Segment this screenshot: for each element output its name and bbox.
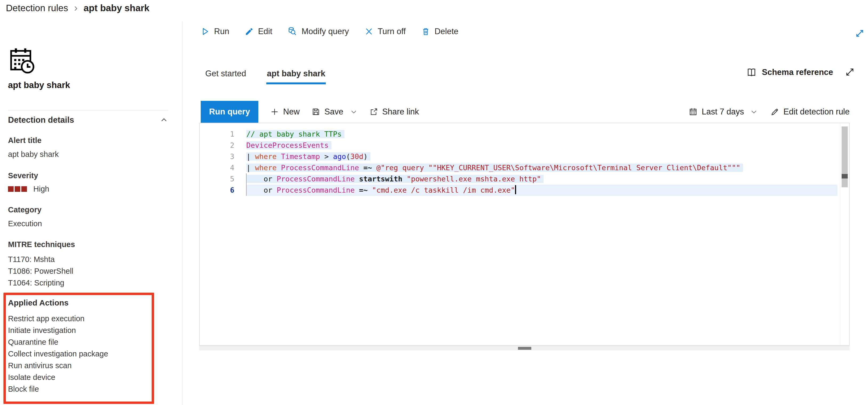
run-icon	[201, 27, 210, 36]
editor-resize-gutter	[199, 346, 849, 350]
scheduled-rule-calendar-clock-icon	[8, 46, 38, 77]
severity-high-blocks-icon	[8, 186, 27, 192]
edit-button[interactable]: Edit	[245, 27, 272, 36]
kql-query-editor[interactable]: 1// apt baby shark TTPs2DeviceProcessEve…	[199, 123, 849, 346]
code-line-2[interactable]: 2DeviceProcessEvents	[200, 140, 839, 151]
edit-detection-rule-button[interactable]: Edit detection rule	[770, 107, 849, 117]
turn-off-button[interactable]: Turn off	[365, 27, 406, 36]
alert-title-value: apt baby shark	[8, 150, 59, 159]
indent-guide	[246, 173, 247, 196]
code-text: | where Timestamp > ago(30d)	[246, 151, 370, 162]
edit-pencil-icon	[245, 27, 254, 36]
code-line-6[interactable]: 6 or ProcessCommandLine =~ "cmd.exe /c t…	[200, 184, 839, 196]
query-tabs: Get started apt baby shark	[205, 69, 325, 84]
code-line-4[interactable]: 4| where ProcessCommandLine =~ @"reg que…	[200, 162, 839, 173]
severity-value: High	[33, 184, 49, 194]
applied-actions-title: Applied Actions	[8, 298, 68, 307]
text-cursor	[515, 185, 516, 194]
line-number: 4	[200, 162, 234, 173]
breadcrumb-current: apt baby shark	[84, 3, 149, 13]
code-text: | where ProcessCommandLine =~ @"reg quer…	[246, 162, 743, 173]
schema-reference-button[interactable]: Schema reference	[746, 67, 833, 77]
mitre-label: MITRE techniques	[8, 240, 75, 249]
line-number: 1	[200, 128, 234, 140]
category-value: Execution	[8, 219, 42, 228]
applied-action-item: Block file	[8, 383, 108, 395]
active-tab-underline	[266, 82, 326, 84]
mitre-technique: T1170: Mshta	[8, 254, 73, 265]
mitre-technique: T1064: Scripting	[8, 277, 73, 289]
applied-actions-list: Restrict app executionInitiate investiga…	[8, 313, 108, 395]
category-label: Category	[8, 205, 41, 214]
delete-trash-icon	[421, 27, 430, 36]
applied-action-item: Initiate investigation	[8, 324, 108, 336]
mitre-techniques-list: T1170: MshtaT1086: PowerShellT1064: Scri…	[8, 254, 73, 289]
chevron-right-icon	[72, 5, 79, 12]
plus-icon	[270, 107, 279, 116]
mitre-technique: T1086: PowerShell	[8, 265, 73, 277]
detection-details-title: Detection details	[8, 115, 74, 125]
applied-action-item: Quarantine file	[8, 336, 108, 348]
code-text: or ProcessCommandLine startswith "powers…	[246, 173, 544, 184]
sidebar-divider	[182, 21, 182, 405]
pencil-outline-icon	[770, 107, 779, 116]
alert-title-label: Alert title	[8, 136, 41, 145]
modify-query-button[interactable]: Modify query	[288, 27, 349, 36]
chevron-down-icon[interactable]	[350, 108, 358, 116]
line-number: 6	[200, 184, 234, 196]
open-in-new-window-icon[interactable]	[844, 67, 855, 79]
severity-value-row: High	[8, 184, 49, 194]
breadcrumb: Detection rules apt baby shark	[6, 3, 150, 13]
chevron-down-icon	[750, 108, 757, 116]
run-query-button[interactable]: Run query	[201, 101, 258, 123]
query-toolbar: Run query New Save Share link Last 7 day…	[201, 101, 849, 123]
rule-command-bar: Run Edit Modify query Turn off Delete	[201, 27, 458, 36]
save-floppy-icon	[311, 107, 320, 116]
code-line-1[interactable]: 1// apt baby shark TTPs	[200, 128, 839, 140]
new-query-button[interactable]: New	[270, 107, 300, 117]
severity-label: Severity	[8, 171, 38, 180]
time-range-dropdown[interactable]: Last 7 days	[689, 107, 757, 117]
detection-details-header[interactable]: Detection details	[8, 115, 168, 125]
book-icon	[746, 67, 756, 77]
code-text: DeviceProcessEvents	[246, 140, 331, 151]
code-text: or ProcessCommandLine =~ "cmd.exe /c tas…	[246, 184, 516, 196]
code-area[interactable]: 1// apt baby shark TTPs2DeviceProcessEve…	[200, 128, 839, 196]
code-text: // apt baby shark TTPs	[246, 128, 344, 140]
line-number: 2	[200, 140, 234, 151]
share-icon	[369, 107, 378, 116]
turn-off-x-icon	[365, 27, 373, 36]
tab-apt-baby-shark[interactable]: apt baby shark	[267, 69, 325, 84]
calendar-icon	[689, 107, 698, 116]
line-number: 3	[200, 151, 234, 162]
applied-action-item: Collect investigation package	[8, 348, 108, 360]
scrollbar-mark	[842, 174, 848, 178]
editor-resize-handle[interactable]	[518, 347, 531, 350]
editor-scrollbar[interactable]	[840, 123, 849, 345]
applied-action-item: Isolate device	[8, 371, 108, 383]
chevron-up-icon[interactable]	[160, 116, 168, 124]
code-line-3[interactable]: 3| where Timestamp > ago(30d)	[200, 151, 839, 162]
applied-action-item: Run antivirus scan	[8, 360, 108, 371]
breadcrumb-parent-link[interactable]: Detection rules	[6, 3, 68, 13]
save-button[interactable]: Save	[311, 107, 358, 117]
tab-get-started[interactable]: Get started	[205, 69, 246, 84]
modify-query-icon	[288, 27, 297, 36]
code-line-5[interactable]: 5 or ProcessCommandLine startswith "powe…	[200, 173, 839, 184]
run-button[interactable]: Run	[201, 27, 229, 36]
expand-view-icon[interactable]	[855, 28, 865, 39]
applied-action-item: Restrict app execution	[8, 313, 108, 324]
rule-title: apt baby shark	[8, 80, 70, 90]
line-number: 5	[200, 173, 234, 184]
share-link-button[interactable]: Share link	[369, 107, 419, 117]
delete-button[interactable]: Delete	[421, 27, 459, 36]
